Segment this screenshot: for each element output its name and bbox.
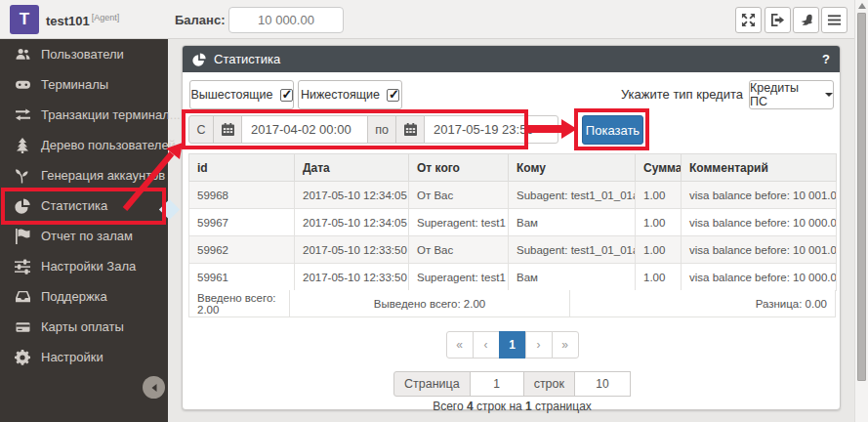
- rows-per-page-input[interactable]: [574, 371, 631, 397]
- role-tag: [Agent]: [92, 13, 120, 22]
- support-chat-button[interactable]: [793, 7, 819, 33]
- sidebar-item-label: Пользователи: [41, 47, 124, 62]
- sidebar-item-payment-cards[interactable]: Карты оплаты: [0, 312, 168, 342]
- credit-type-dropdown[interactable]: Кредиты ПС: [749, 80, 834, 109]
- pagination-last-button[interactable]: »: [552, 331, 579, 359]
- sidebar-item-label: Генерация аккаунтов: [41, 168, 165, 183]
- cell-id: 59968: [189, 182, 295, 209]
- app-window: T test101[Agent] Баланс: П: [0, 0, 868, 422]
- pagination-first-button[interactable]: «: [446, 331, 474, 359]
- table-row: 59962 2017-05-10 12:33:50 От Вас Subagen…: [189, 236, 837, 264]
- cell-amount: 1.00: [636, 264, 682, 291]
- arrow-left-icon: [149, 383, 159, 393]
- column-header-from: От кого: [409, 154, 509, 182]
- sidebar-item-label: Карты оплаты: [41, 319, 124, 334]
- sidebar-item-statistics[interactable]: Статистика: [0, 190, 168, 221]
- settings-icon: [13, 349, 32, 366]
- balance-input[interactable]: [228, 7, 344, 33]
- column-header-date: Дата: [295, 154, 409, 182]
- sidebar-item-settings[interactable]: Настройки: [0, 342, 168, 372]
- panel-header: Статистика ?: [183, 46, 840, 72]
- cell-amount: 1.00: [636, 236, 682, 264]
- sidebar-item-account-generation[interactable]: Генерация аккаунтов: [0, 160, 168, 190]
- hall-settings-icon: [13, 258, 32, 275]
- username[interactable]: test101[Agent]: [46, 13, 119, 28]
- cell-date: 2017-05-10 12:34:05: [295, 182, 409, 209]
- users-icon: [13, 46, 32, 63]
- sidebar-item-hall-settings[interactable]: Настройки Зала: [0, 251, 168, 281]
- cell-from: Superagent: test1: [409, 209, 509, 236]
- date-from-input[interactable]: [241, 115, 368, 144]
- date-to-input[interactable]: [424, 115, 558, 144]
- sidebar-collapse-button[interactable]: [143, 376, 165, 399]
- vertical-scrollbar[interactable]: [854, 0, 868, 422]
- sidebar-item-label: Настройки Зала: [41, 259, 136, 274]
- total-rows-count: 4: [467, 400, 474, 413]
- pie-chart-icon: [192, 53, 206, 66]
- logout-button[interactable]: [765, 7, 791, 33]
- pagination-prev-button[interactable]: ‹: [473, 331, 500, 359]
- transactions-icon: [13, 106, 32, 124]
- cell-from: От Вас: [409, 236, 509, 264]
- sidebar-item-support[interactable]: Поддержка: [0, 281, 168, 312]
- cell-id: 59961: [189, 264, 295, 291]
- cell-to: Вам: [509, 209, 636, 236]
- sidebar-item-label: Отчет по залам: [41, 229, 133, 243]
- scrollbar-thumb[interactable]: [857, 13, 866, 381]
- cell-from: От Вас: [409, 182, 509, 209]
- show-button-label: Показать: [586, 123, 640, 138]
- sidebar-item-user-tree[interactable]: Дерево пользователей: [0, 130, 168, 160]
- sidebar-item-users[interactable]: Пользователи: [0, 39, 168, 69]
- avatar: T: [10, 5, 39, 34]
- sidebar-item-label: Статистика: [41, 198, 107, 213]
- column-header-amount: Сумма: [636, 154, 682, 182]
- cell-comment: visa balance before: 10 001.00: [682, 182, 837, 209]
- sidebar-item-terminals[interactable]: Терминалы: [0, 69, 168, 100]
- cell-date: 2017-05-10 12:33:50: [295, 264, 409, 291]
- avatar-letter: T: [20, 10, 29, 29]
- sidebar-item-label: Терминалы: [41, 77, 108, 92]
- page-size-controls: Страница строк: [183, 371, 842, 397]
- cell-comment: visa balance before: 10 000.00: [682, 209, 837, 236]
- column-header-comment: Комментарий: [682, 154, 837, 182]
- sidebar-item-terminal-transactions[interactable]: Транзакции терминал...: [0, 100, 168, 130]
- sidebar-item-hall-report[interactable]: Отчет по залам: [0, 221, 168, 251]
- summary-in-total: Введено всего: 2.00: [188, 290, 290, 317]
- total-pages-count: 1: [525, 400, 532, 413]
- summary-row: Введено всего: 2.00 Выведено всего: 2.00…: [188, 290, 836, 317]
- help-button[interactable]: ?: [822, 52, 830, 66]
- date-range-group: С по: [188, 115, 558, 144]
- credit-type-value: Кредиты ПС: [750, 81, 818, 108]
- menu-button[interactable]: [821, 7, 847, 33]
- pagination-next-button[interactable]: ›: [525, 331, 553, 359]
- cell-id: 59962: [189, 236, 295, 264]
- cell-id: 59967: [189, 209, 295, 236]
- account-generation-icon: [13, 167, 32, 185]
- statistics-table: id Дата От кого Кому Сумма Комментарий 5…: [188, 153, 837, 291]
- calendar-icon[interactable]: [395, 115, 425, 144]
- sidebar-item-label: Поддержка: [41, 289, 107, 304]
- calendar-icon[interactable]: [213, 115, 242, 144]
- sign-out-icon: [770, 13, 785, 27]
- sidebar-item-label: Настройки: [41, 350, 103, 364]
- user-tree-icon: [13, 137, 32, 154]
- table-row: 59967 2017-05-10 12:34:05 Superagent: te…: [189, 209, 837, 236]
- cell-to: Subagent: test1_01_01a: [509, 182, 636, 209]
- expand-icon: [741, 13, 756, 27]
- pagination-page-1-button[interactable]: 1: [499, 331, 526, 359]
- show-button[interactable]: Показать: [582, 115, 643, 145]
- sidebar: Пользователи Терминалы Транзакции термин…: [0, 39, 168, 422]
- sidebar-item-label: Транзакции терминал...: [41, 107, 181, 122]
- column-header-id: id: [189, 154, 295, 182]
- page-number-input[interactable]: [470, 371, 524, 397]
- credit-type-label: Укажите тип кредита: [183, 87, 743, 102]
- fullscreen-button[interactable]: [735, 7, 762, 33]
- scroll-up-arrow-icon[interactable]: [858, 3, 866, 9]
- statistics-icon: [13, 197, 32, 215]
- summary-difference: Разница: 0.00: [569, 290, 836, 317]
- cell-to: Вам: [509, 264, 636, 291]
- balance-label: Баланс:: [175, 13, 225, 27]
- table-row: 59968 2017-05-10 12:34:05 От Вас Subagen…: [189, 182, 837, 209]
- statistics-panel: Статистика ? Вышестоящие Нижестоящие Ука…: [182, 45, 841, 410]
- support-icon: [13, 288, 32, 306]
